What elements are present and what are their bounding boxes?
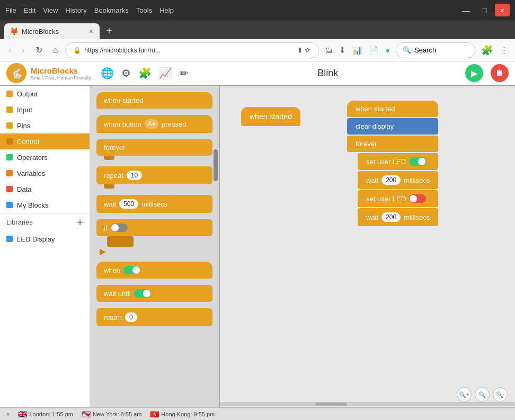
canvas-set-led-off[interactable]: set user LED [358,190,438,207]
sidebar-item-operators[interactable]: Operators [0,149,90,165]
back-button[interactable]: ‹ [5,43,14,57]
block-when-toggle[interactable]: when [96,262,212,279]
canvas-wait-value-1[interactable]: 200 [381,175,401,185]
maximize-button[interactable]: □ [477,4,492,16]
new-tab-button[interactable]: + [102,23,117,38]
tab-close-button[interactable]: × [88,26,94,37]
if-toggle[interactable] [111,224,128,232]
pen-button[interactable]: ✏ [177,65,191,82]
block-when-started[interactable]: when started [96,92,212,109]
search-bar[interactable]: 🔍 Search [396,42,475,58]
settings-button[interactable]: ⚙ [119,65,133,82]
block-forever[interactable]: forever [96,139,212,160]
canvas-set-led-on[interactable]: set user LED [358,153,438,170]
block-return-label: return [104,314,122,321]
libraries-header: Libraries + [0,213,90,231]
block-repeat[interactable]: repeat 10 [96,166,212,189]
close-button[interactable]: × [495,4,510,16]
wait-value[interactable]: 500 [119,199,138,209]
canvas-wait-200-1[interactable]: wait 200 millisecs [358,171,438,189]
minimize-button[interactable]: — [459,4,474,16]
menu-tools[interactable]: Tools [136,6,152,14]
block-repeat-label: repeat [104,172,123,180]
wait-until-toggle[interactable] [134,289,151,298]
zoom-reset-button[interactable]: 🔍 [475,387,490,402]
status-close-icon[interactable]: × [6,411,10,417]
stop-button[interactable]: ⏹ [491,64,509,82]
zoom-in-button[interactable]: 🔍+ [457,387,472,402]
canvas-block-when-started[interactable]: when started [241,107,300,126]
menu-file[interactable]: File [5,6,16,14]
security-icon: 🔒 [73,47,81,54]
add-library-button[interactable]: + [77,217,83,228]
refresh-button[interactable]: ↻ [32,43,46,57]
canvas-led-off-toggle[interactable] [409,194,426,203]
menu-view[interactable]: View [43,6,58,14]
canvas-panel[interactable]: when started when started clear display … [220,86,515,407]
output-color [6,91,13,97]
account-icon[interactable]: ● [384,44,392,56]
sidebar-item-data[interactable]: Data [0,181,90,197]
sidebar-item-pins[interactable]: Pins [0,118,90,133]
canvas-hat-label: when started [356,105,395,113]
libraries-label: Libraries [6,218,33,226]
block-when-button[interactable]: when button A▾ pressed [96,115,212,133]
return-value[interactable]: 0 [125,312,137,322]
home-button[interactable]: ⌂ [50,43,61,57]
input-color [6,106,13,113]
canvas-led-on-toggle[interactable] [409,157,426,166]
menu-bookmarks[interactable]: Bookmarks [94,6,129,14]
sidebar-label-myblocks: My Blocks [17,201,48,209]
when-toggle[interactable] [123,266,140,274]
canvas-scrollbar-h[interactable] [220,402,515,406]
url-bar[interactable]: 🔒 https://microblocks.fun/ru... ℹ ☆ [65,42,319,58]
sidebar-item-output[interactable]: Output [0,86,90,102]
browser-tab[interactable]: 🦊 MicroBlocks × [4,23,100,39]
forward-button[interactable]: › [19,43,28,57]
sidebar-item-variables[interactable]: Variables [0,165,90,181]
reader-view-icon[interactable]: 📄 [367,44,380,57]
canvas-wait-value-2[interactable]: 200 [381,212,401,222]
status-hongkong: 🇭🇰 Hong Kong: 9:55 pm [150,410,215,418]
synced-tabs-icon[interactable]: 📊 [351,44,364,57]
menu-help[interactable]: Help [159,6,174,14]
block-if[interactable]: if [96,219,212,255]
block-when-button-suffix: pressed [162,120,186,128]
canvas-wait-label-1: wait [366,176,378,184]
extensions-button[interactable]: 🧩 [480,43,494,58]
sidebar-item-input[interactable]: Input [0,102,90,118]
block-return[interactable]: return 0 [96,308,212,326]
pins-color [6,122,13,129]
control-color [6,138,13,145]
block-forever-label: forever [104,144,125,151]
canvas-clear-display[interactable]: clear display [347,118,438,135]
block-wait-until[interactable]: wait until [96,285,212,302]
sidebar-item-myblocks[interactable]: My Blocks [0,197,90,213]
overflow-menu-button[interactable]: ⋮ [499,44,510,57]
button-dropdown[interactable]: A▾ [145,119,158,129]
canvas-forever[interactable]: forever [347,136,438,152]
globe-button[interactable]: 🌐 [99,65,116,82]
menu-history[interactable]: History [65,6,86,14]
search-text: Search [414,46,436,54]
blocks-scrollbar[interactable] [214,149,218,181]
run-button[interactable]: ▶ [465,64,483,82]
lib-item-led-display[interactable]: LED Display [0,231,90,247]
block-wait[interactable]: wait 500 millisecs [96,195,212,213]
canvas-hat-when-started[interactable]: when started [347,101,438,117]
repeat-value[interactable]: 10 [127,171,142,180]
app-title: MicroBlocks [31,66,91,75]
bookmark-icon[interactable]: ☆ [305,46,311,54]
scrollbar-thumb-h[interactable] [315,403,347,406]
canvas-wait-200-2[interactable]: wait 200 millisecs [358,208,438,226]
app-logo-image: 🐇 [6,63,26,83]
zoom-out-button[interactable]: 🔍- [493,387,508,402]
led-display-color [6,236,13,242]
menu-edit[interactable]: Edit [24,6,35,14]
sidebar-item-control[interactable]: Control [0,133,90,149]
graph-button[interactable]: 📈 [157,65,174,82]
lib-label-led-display: LED Display [17,235,55,243]
pocket-icon[interactable]: 🗂 [323,44,334,56]
download-icon[interactable]: ⬇ [338,44,348,57]
blocks-button[interactable]: 🧩 [136,65,154,82]
